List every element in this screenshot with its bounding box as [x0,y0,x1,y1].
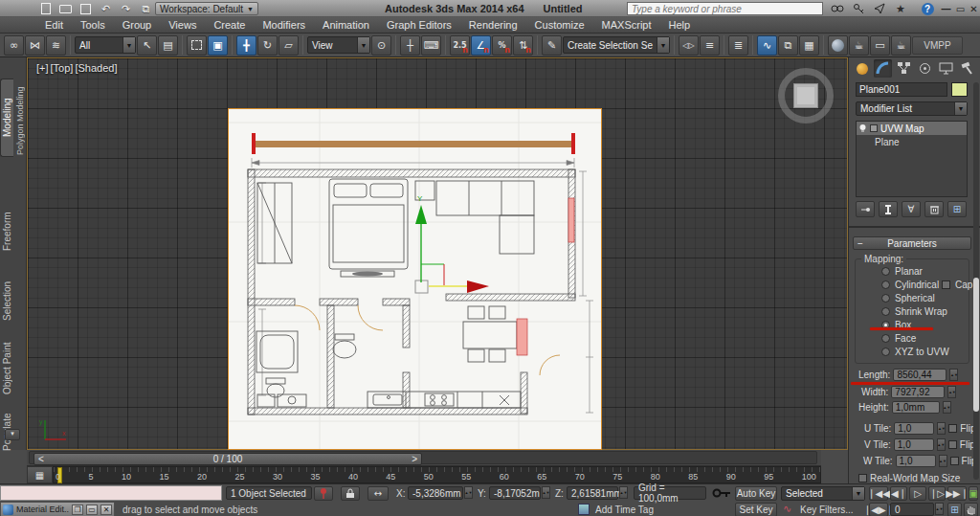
render-production-button[interactable]: ☕ [891,35,911,56]
window-crossing-toggle[interactable]: ▣ [208,35,228,56]
viewcube-top-face[interactable] [793,83,818,108]
stack-item-plane[interactable]: Plane [857,135,967,148]
workspace-selector[interactable]: Workspace: Default ▼ [155,2,258,15]
radio-icon[interactable] [881,307,890,316]
radio-icon[interactable] [881,267,890,276]
select-by-name-button[interactable]: ▤ [158,35,178,56]
auto-key-button[interactable]: Auto Key [735,486,777,501]
render-setup-button[interactable]: ☕ [849,35,869,56]
radio-icon[interactable] [881,294,890,303]
lightbulb-icon[interactable] [858,123,867,133]
u-tile-field[interactable]: 1,0 [894,422,934,435]
favorites-star-icon[interactable]: ★ [892,2,909,15]
z-spinner[interactable]: ▲▼ [619,486,628,499]
width-spinner[interactable]: ▲▼ [947,386,956,398]
menu-item[interactable]: Animation [314,19,378,31]
viewport-top[interactable]: [+] [Top] [Shaded] [27,57,848,450]
dope-sheet-button[interactable]: ▦ [799,35,819,56]
show-end-result-button[interactable] [879,201,898,217]
hierarchy-tab[interactable] [895,59,913,78]
material-editor-button[interactable] [828,35,848,56]
select-and-manipulate-button[interactable]: ┼ [400,35,420,56]
mapping-radio-face[interactable]: Face [881,333,916,344]
key-filters-button[interactable]: Key Filters... [800,505,854,515]
ribbon-minimize-button[interactable]: ▾ [5,429,20,440]
zoom-region-button[interactable]: ⊞ [947,503,962,516]
checkbox-icon[interactable] [942,280,950,289]
select-object-button[interactable]: ↖ [137,35,157,56]
menu-item[interactable]: MAXScript [593,19,660,31]
add-time-tag[interactable]: Add Time Tag [595,505,654,515]
schematic-view-button[interactable]: ⧉ [778,35,798,56]
redo-icon[interactable]: ↷ [119,3,133,15]
curve-editor-button[interactable]: ∿ [757,35,777,56]
set-key-button[interactable]: Set Key [735,503,777,516]
minimize-button[interactable]: — [940,3,952,14]
y-coordinate-field[interactable]: -8,17052m [489,486,541,500]
viewcube[interactable] [778,68,834,123]
save-file-icon[interactable] [78,3,93,15]
communication-center-icon[interactable] [871,2,888,15]
menu-item[interactable]: Create [205,19,254,31]
named-selection-select[interactable]: Create Selection Se ▼ [563,36,670,54]
ribbon-panel-polygon-modeling[interactable]: Polygon Modeling [13,69,27,172]
angle-snap-toggle[interactable]: ∠n [471,35,491,56]
menu-item[interactable]: Help [660,19,700,31]
material-editor-taskbar[interactable]: Material Edit... ❐ ▭ ✕ [0,502,115,516]
mapping-radio-shrink-wrap[interactable]: Shrink Wrap [881,306,947,317]
search-icon[interactable] [829,2,846,15]
percent-snap-toggle[interactable]: %n [492,35,512,56]
go-to-end-button[interactable]: ▶▶❘ [947,486,967,501]
layer-manager-button[interactable]: ≣ [728,35,748,56]
radio-icon[interactable] [881,334,890,343]
vmpp-toolbar[interactable]: VMPP [912,36,963,55]
undo-icon[interactable]: ↶ [99,3,113,15]
time-tag-icon[interactable] [578,504,590,515]
modify-tab[interactable] [874,59,892,78]
u-flip-checkbox[interactable] [948,424,957,433]
u-tile-spinner[interactable]: ▲▼ [937,422,946,435]
previous-frame-button[interactable]: ◀❘ [890,486,907,501]
parameters-rollout[interactable]: − Parameters [853,236,971,250]
real-world-checkbox[interactable] [858,474,867,482]
bind-to-spacewarp-button[interactable]: ≋ [46,35,66,56]
play-button[interactable]: ▷ [909,486,926,501]
ribbon-tab-object-paint[interactable]: Object Paint [0,337,13,400]
mapping-radio-cylindrical[interactable]: Cylindrical [881,280,939,290]
height-spinner[interactable]: ▲▼ [943,401,951,414]
v-tile-spinner[interactable]: ▲▼ [937,438,946,451]
rendered-frame-window-button[interactable]: ▭ [870,35,890,56]
absolute-offset-toggle[interactable]: ↔ [368,486,389,501]
rectangular-selection-region-button[interactable] [187,35,207,56]
viewport-general-menu[interactable]: [+] [36,62,49,74]
radio-icon[interactable] [881,280,890,289]
maximize-window-icon[interactable]: ▭ [86,505,98,515]
restore-window-icon[interactable]: ❐ [72,505,83,515]
help-icon[interactable]: ? [919,2,936,15]
viewport-shading-menu[interactable]: [Shaded] [75,62,117,74]
key-mode-toggle[interactable]: ❘◀▶❘ [869,503,888,516]
time-slider-track[interactable]: < 0 / 100 > [29,451,817,464]
select-and-link-button[interactable]: ∞ [4,35,24,56]
configure-modifier-sets-button[interactable]: ⊞ [947,201,967,217]
radio-ic[interactable] [881,348,890,356]
search-input[interactable] [627,2,823,15]
ribbon-tab-modeling[interactable]: Modeling [0,79,13,157]
pin-stack-button[interactable] [856,201,875,217]
isolate-pin-icon[interactable] [314,486,333,501]
snaps-toggle[interactable]: 2.5n [450,35,470,56]
w-flip-checkbox[interactable] [950,457,959,465]
menu-item[interactable]: Tools [72,19,114,31]
edit-named-selections-button[interactable]: ✎ [542,35,562,56]
sign-in-key-icon[interactable] [850,2,867,15]
object-name-field[interactable]: Plane001 [856,82,947,97]
mini-curve-editor-button[interactable]: ▦ [27,466,53,483]
unlink-selection-button[interactable]: ⋈ [25,35,45,56]
height-field[interactable]: 1,0mm [892,401,940,414]
panel-scrollbar-thumb[interactable] [973,278,979,412]
y-spinner[interactable]: ▲▼ [542,486,550,499]
menu-item[interactable]: Rendering [460,19,526,31]
menu-item[interactable]: Views [160,19,205,31]
v-flip-checkbox[interactable] [948,440,957,449]
pan-hand-button[interactable] [964,503,978,516]
